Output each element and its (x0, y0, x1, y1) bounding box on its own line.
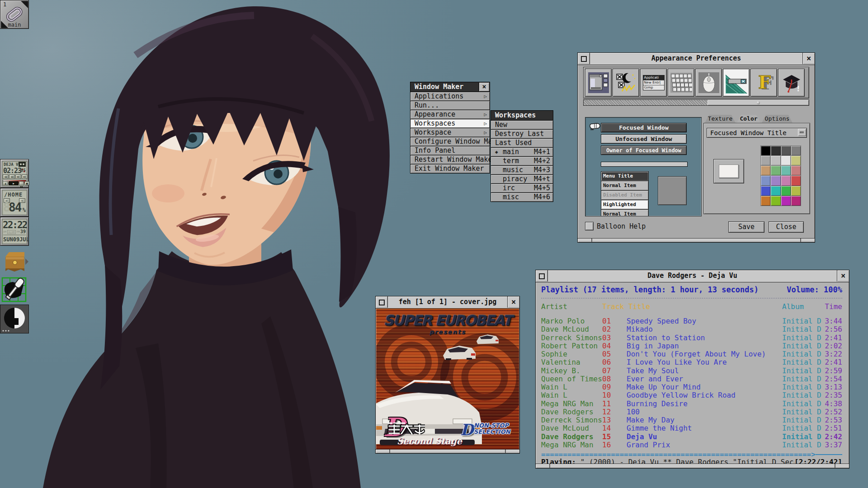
clip-next-arrow-icon[interactable] (21, 1, 28, 8)
dropdown-button-icon[interactable] (798, 129, 806, 136)
playlist-row-01[interactable]: Marko Polo01Speedy Speed BoyInitial D3:4… (541, 317, 842, 325)
feh-close-button[interactable]: × (507, 296, 519, 308)
dockapp-clock[interactable]: 22:22 39 AM ALRM PM SUN09JUL (0, 217, 29, 246)
workspaces-menu-item-misc[interactable]: miscM4+6 (491, 193, 553, 202)
preview-menu-item-highlighted[interactable]: Highlighted (601, 200, 649, 210)
balloon-help-checkbox[interactable] (585, 222, 594, 230)
menu-item-info-panel[interactable]: Info Panel (410, 146, 490, 155)
palette-swatch-11[interactable] (791, 166, 801, 175)
preview-menu-item-disabled[interactable]: Disabled Item (601, 191, 649, 200)
pause-button[interactable] (19, 181, 24, 185)
palette-swatch-23[interactable] (791, 196, 801, 206)
tab-texture[interactable]: Texture (705, 115, 736, 123)
workspaces-menu-item-music[interactable]: musicM4+3 (491, 166, 553, 175)
menu-item-applications[interactable]: Applications▷ (410, 92, 490, 101)
playlist-row-16[interactable]: Mega NRG Man16Grand PrixInitial D3:37 (541, 441, 842, 449)
font-icon[interactable]: FF (750, 69, 777, 97)
playlist-row-13[interactable]: Derreck Simons13Make My DayInitial D2:53 (541, 416, 842, 424)
playlist-row-07[interactable]: Mickey B.07Take My SoulInitial D2:59 (541, 367, 842, 375)
expert-settings-icon[interactable] (613, 69, 639, 97)
stop-button[interactable]: ■ (24, 181, 29, 185)
playlist-row-08[interactable]: Queen of Times08Ever and EverInitial D2:… (541, 375, 842, 383)
eject-button[interactable]: ▲ (3, 181, 8, 185)
menu-item-restart-window-maker[interactable]: Restart Window Maker (410, 155, 490, 164)
preview-owner-titlebar[interactable]: Owner of Focused Window (601, 145, 687, 155)
palette-swatch-19[interactable] (791, 186, 801, 196)
column-artist[interactable]: Artist (541, 302, 602, 311)
workspace-clip[interactable]: 1 main (0, 0, 29, 29)
playlist-row-12[interactable]: Dave Rodgers12100Initial D2:52 (541, 408, 842, 416)
playlist-row-03[interactable]: Derreck Simons03Station to StationInitia… (541, 334, 842, 342)
workspaces-menu-item-last-used[interactable]: Last Used (491, 139, 553, 148)
palette-swatch-5[interactable] (771, 156, 780, 165)
column-track-title[interactable]: Track Title (602, 302, 782, 311)
menu-item-exit-window-maker[interactable]: Exit Window Maker (410, 164, 490, 174)
play-button[interactable]: ▶ (9, 181, 19, 185)
wprefs-miniaturize-button[interactable] (578, 53, 590, 64)
feh-titlebar[interactable]: feh [1 of 1] - cover.jpg × (376, 296, 519, 309)
wprefs-titlebar[interactable]: Appearance Preferences × (578, 53, 815, 65)
palette-swatch-14[interactable] (781, 176, 791, 185)
playlist-row-06[interactable]: Valentina06I Love You Like You AreInitia… (541, 358, 842, 366)
window-focus-icon[interactable] (585, 69, 612, 97)
palette-swatch-9[interactable] (771, 166, 780, 175)
palette-swatch-4[interactable] (761, 156, 770, 165)
playlist-row-14[interactable]: Dave McLoud14Gimme the NightInitial D2:5… (541, 424, 842, 432)
palette-swatch-3[interactable] (791, 146, 801, 155)
playlist-row-02[interactable]: Dave McLoud02MikadoInitial D2:56 (541, 325, 842, 333)
root-menu-title[interactable]: Window Maker × (410, 82, 490, 92)
palette-swatch-15[interactable] (791, 176, 801, 185)
dockapp-toggle[interactable] (0, 305, 29, 333)
player-titlebar[interactable]: Dave Rodgers - Deja Vu × (536, 270, 849, 282)
tab-options[interactable]: Options (762, 115, 793, 123)
menu-item-appearance[interactable]: Appearance▷ (410, 110, 490, 119)
menu-item-run[interactable]: Run... (410, 101, 490, 110)
palette-swatch-13[interactable] (771, 176, 780, 185)
palette-swatch-1[interactable] (771, 146, 780, 155)
rewind-button[interactable]: ◀◀ (9, 174, 15, 179)
preview-menu-title[interactable]: Menu Title (601, 171, 649, 181)
color-target-dropdown[interactable]: Focused Window Title (707, 128, 807, 138)
playlist-row-15[interactable]: Dave Rodgers15Deja VuInitial D2:42 (541, 433, 842, 441)
keyboard-icon[interactable] (668, 69, 694, 97)
dockapp-tools[interactable] (0, 276, 29, 305)
player-miniaturize-button[interactable] (536, 270, 548, 282)
wprefs-resizebar[interactable] (578, 238, 815, 242)
playlist-row-10[interactable]: Wain L10Goodbye Yellow Brick RoadInitial… (541, 391, 842, 399)
palette-swatch-21[interactable] (771, 196, 780, 206)
feh-miniaturize-button[interactable] (376, 296, 388, 308)
wprefs-icon-scrollbar[interactable] (583, 99, 809, 106)
mouse-icon[interactable] (695, 69, 722, 97)
menu-item-workspaces[interactable]: Workspaces▷ (410, 119, 490, 128)
prev-button[interactable]: ◀◀ (3, 174, 9, 179)
palette-swatch-22[interactable] (781, 196, 791, 206)
palette-swatch-6[interactable] (781, 156, 791, 165)
workspaces-menu-item-term[interactable]: termM4+2 (491, 157, 553, 166)
palette-swatch-8[interactable] (761, 166, 770, 175)
palette-swatch-18[interactable] (781, 186, 791, 196)
menu-editor-icon[interactable]: ApplicatiNew Entr|Gimp (640, 69, 667, 97)
tab-color[interactable]: Color (737, 115, 760, 123)
wprefs-close-button[interactable]: × (802, 53, 815, 64)
player-close-button[interactable]: × (837, 270, 849, 282)
menu-item-configure-window-maker[interactable]: Configure Window Maker (410, 137, 490, 146)
column-time[interactable]: Time (821, 302, 842, 311)
workspaces-menu-item-main[interactable]: ◈mainM4+1 (491, 148, 553, 157)
player-resizebar[interactable] (536, 464, 849, 468)
dockapp-disk-monitor[interactable]: /HOME ← → 8 84 % (0, 188, 29, 217)
preview-resizebar[interactable] (601, 162, 688, 167)
palette-swatch-16[interactable] (761, 186, 770, 196)
preview-focused-titlebar[interactable]: Focused Window (601, 123, 687, 132)
current-color-well[interactable] (713, 159, 744, 183)
close-button[interactable]: Close (769, 221, 804, 233)
column-album[interactable]: Album (782, 302, 821, 311)
palette-swatch-17[interactable] (771, 186, 780, 196)
root-menu-close-icon[interactable]: × (479, 83, 489, 91)
palette-swatch-12[interactable] (761, 176, 770, 185)
feh-resizebar[interactable] (376, 449, 519, 453)
playlist-row-11[interactable]: Mega NRG Man11Burning DesireInitial D4:3… (541, 400, 842, 408)
workspaces-menu-item-new[interactable]: New (491, 121, 553, 130)
preview-unfocused-titlebar[interactable]: Unfocused Window (601, 134, 687, 144)
playlist-row-05[interactable]: Sophie05Don't You (Forget About My Love)… (541, 350, 842, 358)
preview-menu-sample[interactable]: Menu Title Normal Item Disabled Item Hig… (601, 171, 649, 216)
